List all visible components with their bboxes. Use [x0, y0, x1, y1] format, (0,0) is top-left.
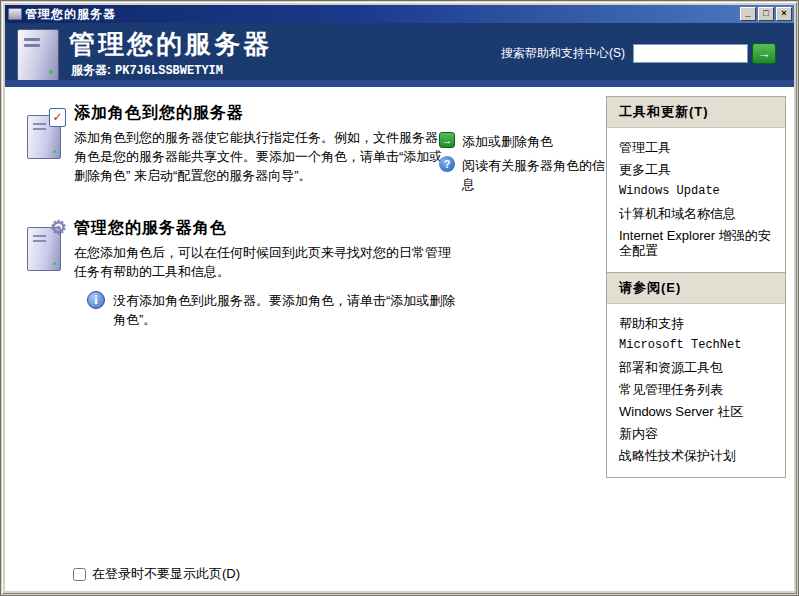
window-title: 管理您的服务器: [25, 6, 740, 23]
server-label: 服务器:: [71, 63, 111, 77]
sidebar-link-whats-new[interactable]: 新内容: [619, 423, 777, 445]
manage-your-server-window: 管理您的服务器 _ □ × 管理您的服务器 服务器:PK7J6LSSBWETYI…: [0, 0, 799, 596]
checkmark-document-icon: ✓: [49, 108, 66, 127]
server-tower-icon: [17, 29, 59, 81]
info-icon: i: [87, 291, 105, 309]
page-title: 管理您的服务器: [69, 27, 272, 62]
sidebar-link-strategic-protection[interactable]: 战略性技术保护计划: [619, 445, 777, 467]
search-go-button[interactable]: →: [752, 43, 776, 64]
see-also-list: 帮助和支持 Microsoft TechNet 部署和资源工具包 常见管理任务列…: [607, 304, 785, 477]
sidebar-link-ie-enhanced-security[interactable]: Internet Explorer 增强的安全配置: [619, 225, 777, 262]
sidebar-link-more-tools[interactable]: 更多工具: [619, 159, 777, 181]
manage-roles-body: 在您添加角色后，可以在任何时候回到此页来寻找对您的日常管理任务有帮助的工具和信息…: [74, 243, 459, 281]
manage-roles-heading: 管理您的服务器角色: [74, 218, 227, 239]
page-header: 管理您的服务器 服务器:PK7J6LSSBWETYIM 搜索帮助和支持中心(S)…: [5, 23, 794, 87]
sidebar-link-computer-domain-info[interactable]: 计算机和域名称信息: [619, 203, 777, 225]
add-role-heading: 添加角色到您的服务器: [74, 103, 244, 124]
window-controls: _ □ ×: [740, 7, 792, 21]
minimize-button[interactable]: _: [740, 7, 756, 21]
gear-icon: ⚙: [50, 218, 67, 237]
add-remove-role-link[interactable]: → 添加或删除角色: [439, 132, 553, 151]
search-area: 搜索帮助和支持中心(S) →: [501, 43, 776, 64]
server-name: PK7J6LSSBWETYIM: [115, 64, 223, 78]
content-area: ✓ 添加角色到您的服务器 添加角色到您的服务器使它能执行指定任务。例如，文件服务…: [5, 87, 794, 591]
manage-roles-section-icon: ⚙: [27, 227, 61, 271]
window-icon: [8, 8, 22, 20]
green-arrow-icon: →: [439, 132, 455, 148]
tools-and-updates-heading: 工具和更新(T): [607, 97, 785, 128]
sidebar-link-windows-server-community[interactable]: Windows Server 社区: [619, 401, 777, 423]
read-about-roles-label: 阅读有关服务器角色的信息: [462, 156, 610, 194]
search-input[interactable]: [633, 44, 748, 63]
sidebar-link-deployment-kits[interactable]: 部署和资源工具包: [619, 357, 777, 379]
sidebar-link-admin-tools[interactable]: 管理工具: [619, 137, 777, 159]
dont-show-checkbox[interactable]: [73, 568, 86, 581]
close-button[interactable]: ×: [776, 7, 792, 21]
help-icon: ?: [439, 156, 455, 172]
dont-show-checkbox-label: 在登录时不要显示此页(D): [92, 565, 240, 583]
no-roles-note-text: 没有添加角色到此服务器。要添加角色，请单击“添加或删除角色”。: [113, 291, 461, 329]
dont-show-checkbox-row: 在登录时不要显示此页(D): [73, 565, 240, 583]
add-remove-role-label: 添加或删除角色: [462, 132, 553, 151]
sidebar-link-help-support[interactable]: 帮助和支持: [619, 313, 777, 335]
add-role-body: 添加角色到您的服务器使它能执行指定任务。例如，文件服务器 角色是您的服务器能共享…: [74, 128, 446, 185]
tools-and-updates-list: 管理工具 更多工具 Windows Update 计算机和域名称信息 Inter…: [607, 128, 785, 272]
search-label: 搜索帮助和支持中心(S): [501, 45, 625, 62]
see-also-box: 请参阅(E) 帮助和支持 Microsoft TechNet 部署和资源工具包 …: [606, 272, 786, 478]
read-about-roles-link[interactable]: ? 阅读有关服务器角色的信息: [439, 156, 610, 194]
server-name-line: 服务器:PK7J6LSSBWETYIM: [71, 62, 223, 79]
title-bar[interactable]: 管理您的服务器 _ □ ×: [5, 5, 794, 23]
add-role-section-icon: ✓: [27, 115, 61, 159]
tools-and-updates-box: 工具和更新(T) 管理工具 更多工具 Windows Update 计算机和域名…: [606, 96, 786, 273]
sidebar-link-windows-update[interactable]: Windows Update: [619, 181, 777, 203]
see-also-heading: 请参阅(E): [607, 273, 785, 304]
maximize-button[interactable]: □: [758, 7, 774, 21]
sidebar-link-microsoft-technet[interactable]: Microsoft TechNet: [619, 335, 777, 357]
no-roles-note: i 没有添加角色到此服务器。要添加角色，请单击“添加或删除角色”。: [87, 291, 461, 329]
header-accent-strip: [5, 80, 794, 87]
sidebar-link-common-admin-tasks[interactable]: 常见管理任务列表: [619, 379, 777, 401]
